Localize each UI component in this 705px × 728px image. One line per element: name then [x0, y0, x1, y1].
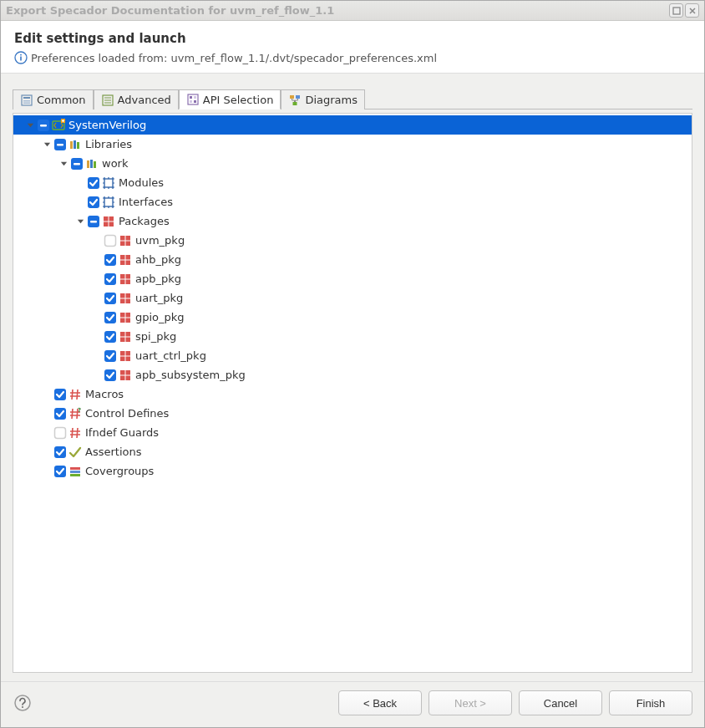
- tree-checkbox[interactable]: [53, 388, 67, 401]
- tree-checkbox[interactable]: [104, 234, 117, 247]
- package-icon: [119, 349, 132, 363]
- tree-label: apb_pkg: [134, 272, 181, 285]
- tree-checkbox[interactable]: [104, 292, 117, 305]
- svg-rect-36: [673, 8, 680, 14]
- help-button[interactable]: [13, 693, 33, 713]
- tree-checkbox[interactable]: [53, 407, 67, 420]
- tree-label: Modules: [118, 176, 164, 189]
- tree-row[interactable]: Control Defines: [13, 404, 692, 423]
- tree-row[interactable]: Macros: [13, 384, 692, 404]
- tree-expander[interactable]: [74, 215, 87, 228]
- titlebar: Export Specador Documentation for uvm_re…: [1, 1, 704, 21]
- tree-checkbox[interactable]: [104, 349, 117, 363]
- tree-checkbox[interactable]: [53, 465, 67, 478]
- tree-checkbox[interactable]: [104, 330, 117, 344]
- tab-advanced[interactable]: Advanced: [94, 89, 179, 109]
- tree-checkbox[interactable]: [87, 215, 100, 228]
- tree-checkbox[interactable]: [104, 369, 117, 382]
- tree-spacer: [74, 176, 87, 190]
- tab-icon: [20, 94, 33, 107]
- tree-label: Interfaces: [118, 196, 173, 208]
- tree-checkbox[interactable]: [104, 311, 117, 324]
- tree-expander[interactable]: [57, 157, 70, 171]
- tree-label: uart_ctrl_pkg: [134, 349, 206, 362]
- info-text: Preferences loaded from: uvm_ref_flow_1.…: [31, 52, 437, 64]
- package-icon: [119, 272, 132, 286]
- tree-label: SystemVerilog: [68, 119, 146, 131]
- tree-checkbox[interactable]: [87, 196, 100, 209]
- package-icon: [119, 311, 132, 324]
- macro-icon: [68, 426, 82, 440]
- tree-row[interactable]: Covergroups: [13, 461, 692, 481]
- tree-row[interactable]: uart_ctrl_pkg: [13, 346, 692, 365]
- tree-checkbox[interactable]: [53, 426, 67, 440]
- tree-row[interactable]: SystemVerilog: [13, 115, 692, 135]
- tab-label: Advanced: [118, 94, 171, 106]
- tab-icon: [288, 94, 302, 107]
- tree-row[interactable]: Ifndef Guards: [13, 423, 692, 442]
- tree-row[interactable]: apb_pkg: [13, 269, 692, 288]
- next-button[interactable]: Next >: [429, 690, 512, 715]
- maximize-button[interactable]: [669, 3, 683, 18]
- dialog-footer: < Back Next > Cancel Finish: [1, 681, 704, 727]
- covergroup-icon: [68, 465, 82, 478]
- tree-spacer: [90, 253, 104, 267]
- tree-spacer: [40, 407, 53, 420]
- tree-label: gpio_pkg: [134, 311, 185, 323]
- tree-checkbox[interactable]: [70, 157, 84, 171]
- tree-row[interactable]: Libraries: [13, 135, 692, 154]
- tree-checkbox[interactable]: [53, 138, 67, 151]
- dialog-title: Edit settings and launch: [14, 31, 691, 46]
- tree-row[interactable]: Packages: [13, 211, 692, 231]
- tree-row[interactable]: apb_subsystem_pkg: [13, 365, 692, 384]
- tree-spacer: [90, 234, 104, 247]
- tree-row[interactable]: uvm_pkg: [13, 231, 692, 250]
- tree-checkbox[interactable]: [37, 119, 50, 132]
- tree-row[interactable]: work: [13, 154, 692, 173]
- tree-label: Packages: [118, 215, 170, 227]
- tree-spacer: [90, 330, 104, 344]
- tree-row[interactable]: gpio_pkg: [13, 308, 692, 327]
- tree-checkbox[interactable]: [104, 272, 117, 286]
- tree-expander[interactable]: [40, 138, 53, 151]
- tree-row[interactable]: ahb_pkg: [13, 250, 692, 269]
- library-icon: [68, 138, 82, 151]
- tree-checkbox[interactable]: [104, 253, 117, 267]
- define-icon: [68, 407, 82, 420]
- tree-spacer: [90, 369, 104, 382]
- systemverilog-icon: [52, 119, 65, 132]
- tab-diagrams[interactable]: Diagrams: [281, 89, 365, 109]
- package-icon: [119, 234, 132, 247]
- macro-icon: [68, 388, 82, 401]
- package-icon: [119, 292, 132, 305]
- tree-row[interactable]: Assertions: [13, 442, 692, 461]
- tree-spacer: [90, 272, 104, 286]
- tab-common[interactable]: Common: [13, 89, 94, 109]
- tree-label: uvm_pkg: [134, 234, 185, 247]
- tree-spacer: [74, 196, 87, 209]
- tab-api-selection[interactable]: API Selection: [179, 89, 281, 109]
- finish-button[interactable]: Finish: [609, 690, 692, 715]
- module-icon: [102, 196, 115, 209]
- assertion-icon: [68, 445, 82, 459]
- tree-label: Libraries: [84, 138, 132, 150]
- tree-checkbox[interactable]: [53, 445, 67, 459]
- help-icon: [14, 695, 31, 711]
- dialog-window: Export Specador Documentation for uvm_re…: [0, 0, 705, 728]
- tree-spacer: [40, 388, 53, 401]
- api-tree-panel[interactable]: SystemVerilogLibrariesworkModulesInterfa…: [13, 113, 692, 673]
- tree-row[interactable]: uart_pkg: [13, 288, 692, 308]
- tree-expander[interactable]: [23, 119, 37, 132]
- tree-label: Ifndef Guards: [84, 426, 159, 439]
- back-button[interactable]: < Back: [338, 690, 422, 715]
- close-button[interactable]: [685, 3, 699, 18]
- tree-row[interactable]: Modules: [13, 173, 692, 192]
- tree-label: work: [101, 157, 128, 170]
- tree-checkbox[interactable]: [87, 176, 100, 190]
- cancel-button[interactable]: Cancel: [519, 690, 602, 715]
- tab-label: API Selection: [203, 94, 274, 106]
- tree-row[interactable]: Interfaces: [13, 192, 692, 211]
- tree-row[interactable]: spi_pkg: [13, 327, 692, 346]
- package-icon: [102, 215, 115, 228]
- tree-spacer: [40, 465, 53, 478]
